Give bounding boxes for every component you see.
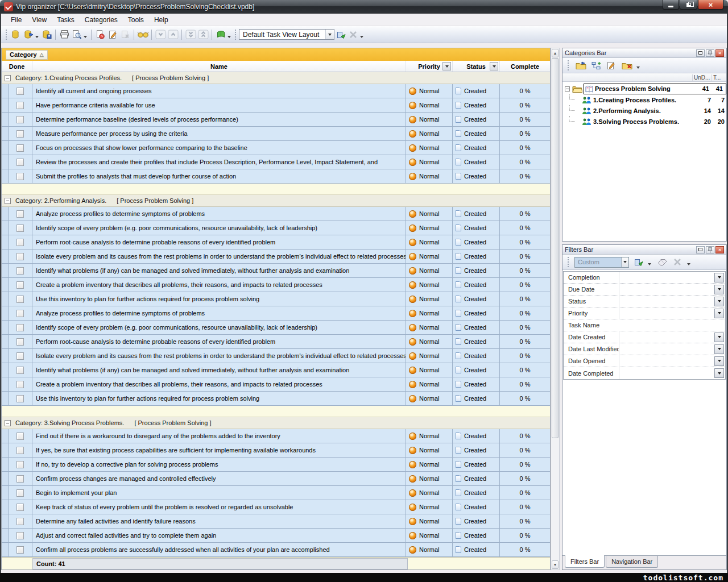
column-header-undone[interactable]: UnD... <box>692 74 712 81</box>
apply-filter-icon[interactable] <box>632 256 644 268</box>
task-done-checkbox[interactable] <box>16 475 24 483</box>
panel-close-button[interactable]: × <box>715 246 724 253</box>
layout-dropdown-icon[interactable] <box>360 36 363 38</box>
task-list-scrollbar[interactable]: ▲ ▼ <box>551 48 560 570</box>
task-done-checkbox[interactable] <box>16 433 24 440</box>
task-done-checkbox[interactable] <box>16 381 24 388</box>
task-row[interactable]: Determine performance baseline (desired … <box>2 113 550 127</box>
column-header-total[interactable]: T... <box>712 74 726 81</box>
task-done-checkbox[interactable] <box>16 367 24 374</box>
task-row[interactable]: Measure performance per process by using… <box>2 127 550 141</box>
filter-preset-combobox[interactable]: Custom <box>574 257 629 268</box>
tree-root-focus[interactable]: Process Problem Solving 41 41 <box>584 84 726 94</box>
move-to-top-icon[interactable] <box>197 28 209 41</box>
collapse-group-icon[interactable] <box>5 75 11 81</box>
column-header-name[interactable]: Name <box>32 61 406 72</box>
category-tree-item[interactable]: 3.Solving Process Problems. 20 20 <box>562 116 726 127</box>
task-row[interactable]: Identify what problems (if any) can be m… <box>2 264 550 278</box>
task-row[interactable]: Analyze process profiles to determine sy… <box>2 306 550 321</box>
task-done-checkbox[interactable] <box>16 116 24 123</box>
task-done-checkbox[interactable] <box>16 173 24 180</box>
column-header-complete[interactable]: Complete <box>500 61 550 72</box>
task-row[interactable]: Determine any failed activities and iden… <box>2 514 550 529</box>
task-row[interactable]: Have performance criteria available for … <box>2 98 550 113</box>
categories-toolbar-dropdown-icon[interactable] <box>636 66 640 69</box>
layout-combobox-arrow-icon[interactable] <box>325 30 334 39</box>
collapse-group-icon[interactable] <box>5 198 11 204</box>
save-database-icon[interactable] <box>40 28 53 41</box>
priority-filter-button[interactable] <box>442 62 451 70</box>
panel-close-button[interactable]: × <box>715 49 724 57</box>
task-row[interactable]: Isolate every problem and its causes fro… <box>2 349 550 363</box>
delete-layout-icon[interactable] <box>347 28 359 41</box>
task-done-checkbox[interactable] <box>16 296 24 303</box>
notebook-icon[interactable] <box>214 28 227 41</box>
task-done-checkbox[interactable] <box>16 267 24 275</box>
new-database-icon[interactable] <box>10 28 22 41</box>
filter-dropdown-button[interactable] <box>714 297 724 306</box>
task-done-checkbox[interactable] <box>16 447 24 454</box>
tab-navigation-bar[interactable]: Navigation Bar <box>606 556 658 568</box>
task-row[interactable]: Isolate every problem and its causes fro… <box>2 250 550 264</box>
task-done-checkbox[interactable] <box>16 102 24 109</box>
task-row[interactable]: If yes, be sure that existing process ca… <box>2 443 550 458</box>
task-done-checkbox[interactable] <box>16 225 24 232</box>
notebook-dropdown-icon[interactable] <box>228 36 231 38</box>
group-header-row[interactable]: Category: 3.Solving Process Problems. [ … <box>2 417 550 429</box>
task-row[interactable]: Identify what problems (if any) can be m… <box>2 363 550 377</box>
menu-file[interactable]: File <box>6 14 27 26</box>
panel-restore-button[interactable] <box>696 49 705 57</box>
menu-tasks[interactable]: Tasks <box>52 14 80 26</box>
column-header-status[interactable]: Status <box>453 61 500 72</box>
apply-layout-icon[interactable] <box>334 28 347 41</box>
task-done-checkbox[interactable] <box>16 239 24 246</box>
category-tree-root[interactable]: Process Problem Solving 41 41 <box>562 83 726 94</box>
task-row[interactable]: Focus on processes that show lower perfo… <box>2 141 550 155</box>
column-header-priority[interactable]: Priority <box>406 61 453 72</box>
filter-value-field[interactable] <box>619 331 714 343</box>
group-header-row[interactable]: Category: 2.Performing Analysis. [ Proce… <box>2 195 550 207</box>
task-row[interactable]: Use this inventory to plan for further a… <box>2 392 550 406</box>
scroll-down-button[interactable]: ▼ <box>552 560 559 569</box>
tab-filters-bar[interactable]: Filters Bar <box>565 555 605 568</box>
filter-value-field[interactable] <box>619 343 714 355</box>
menu-tools[interactable]: Tools <box>123 14 149 26</box>
task-row[interactable]: Perform root-cause analysis to determine… <box>2 235 550 250</box>
task-done-checkbox[interactable] <box>16 489 24 497</box>
task-row[interactable]: Identify scope of every problem (e.g. po… <box>2 321 550 335</box>
filter-preset-arrow-icon[interactable] <box>621 257 628 267</box>
filter-dropdown-button[interactable] <box>714 309 724 318</box>
filter-value-field[interactable] <box>619 355 714 367</box>
task-done-checkbox[interactable] <box>16 130 24 138</box>
task-done-checkbox[interactable] <box>16 210 24 218</box>
task-done-checkbox[interactable] <box>16 532 24 539</box>
menu-help[interactable]: Help <box>149 14 173 26</box>
category-tree-item[interactable]: 2.Performing Analysis. 14 14 <box>562 105 726 116</box>
task-done-checkbox[interactable] <box>16 88 24 95</box>
task-row[interactable]: Create a problem inventory that describe… <box>2 377 550 392</box>
filter-value-field[interactable] <box>619 296 714 307</box>
task-row[interactable]: Identify all current and ongoing process… <box>2 84 550 98</box>
menu-categories[interactable]: Categories <box>80 14 123 26</box>
task-done-checkbox[interactable] <box>16 546 24 554</box>
task-done-checkbox[interactable] <box>16 395 24 402</box>
clear-filter-icon[interactable] <box>656 256 668 268</box>
task-row[interactable]: If no, try to develop a corrective plan … <box>2 458 550 472</box>
task-row[interactable]: Identify scope of every problem (e.g. po… <box>2 221 550 235</box>
task-row[interactable]: Use this inventory to plan for further a… <box>2 292 550 306</box>
task-done-checkbox[interactable] <box>16 253 24 260</box>
category-tree-item[interactable]: 1.Creating Process Profiles. 7 7 <box>562 94 726 105</box>
minimize-button[interactable] <box>663 0 679 10</box>
delete-category-icon[interactable] <box>621 59 633 72</box>
print-preview-icon[interactable] <box>71 28 83 41</box>
task-row[interactable]: Begin to implement your plan Normal Crea… <box>2 486 550 500</box>
menu-view[interactable]: View <box>27 14 52 26</box>
task-done-checkbox[interactable] <box>16 310 24 317</box>
edit-category-icon[interactable] <box>605 59 618 72</box>
filter-value-field[interactable] <box>619 319 725 331</box>
task-row[interactable]: Adjust and correct failed activities and… <box>2 529 550 543</box>
close-button[interactable]: × <box>698 0 723 10</box>
restore-button[interactable] <box>680 0 697 10</box>
delete-filter-icon[interactable] <box>671 256 684 268</box>
view-task-icon[interactable] <box>136 28 149 41</box>
